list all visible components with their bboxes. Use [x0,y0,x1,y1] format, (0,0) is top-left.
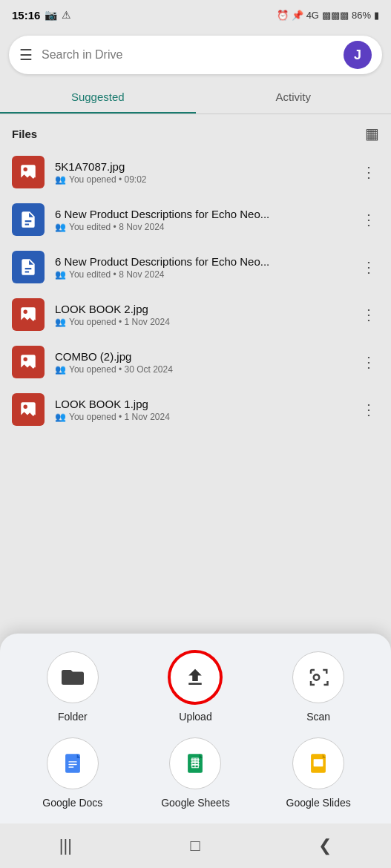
list-item[interactable]: 6 New Product Descriptions for Echo Neo.… [0,243,391,291]
file-meta: 👥 You opened • 09:02 [55,174,348,185]
file-thumbnail [12,251,45,283]
bottom-sheet: Folder Upload Scan [0,634,391,823]
google-sheets-label: Google Sheets [161,797,230,809]
signal-4g: 4G [306,10,319,21]
create-folder-button[interactable]: Folder [15,651,131,723]
file-meta: 👥 You opened • 1 Nov 2024 [55,317,348,327]
sheets-icon [169,737,221,789]
file-meta-text: You opened • 1 Nov 2024 [69,412,170,422]
avatar[interactable]: J [344,41,372,69]
tab-suggested[interactable]: Suggested [0,80,196,114]
google-sheets-button[interactable]: Google Sheets [138,737,254,809]
file-meta-text: You edited • 8 Nov 2024 [69,269,165,280]
search-input[interactable]: Search in Drive [42,48,335,62]
file-meta-text: You edited • 8 Nov 2024 [69,222,165,232]
upload-button[interactable]: Upload [138,651,254,723]
camera-icon: 📷 [45,9,57,21]
more-options-icon[interactable]: ⋮ [358,398,379,421]
file-meta: 👥 You opened • 30 Oct 2024 [55,364,348,375]
upload-icon [169,651,221,703]
nav-back-icon[interactable]: ❮ [318,836,332,855]
list-item[interactable]: 6 New Product Descriptions for Echo Neo.… [0,196,391,243]
shared-icon: 👥 [55,174,66,185]
bottom-sheet-grid: Folder Upload Scan [15,651,376,809]
file-meta: 👥 You edited • 8 Nov 2024 [55,222,348,232]
tab-activity[interactable]: Activity [196,80,392,114]
notification-icon: ⚠ [62,9,71,21]
nav-bar: ||| □ ❮ [0,823,391,868]
file-info: 6 New Product Descriptions for Echo Neo.… [55,255,348,280]
file-name: 6 New Product Descriptions for Echo Neo.… [55,208,348,220]
shared-icon: 👥 [55,317,66,327]
file-thumbnail [12,393,45,426]
hamburger-icon[interactable]: ☰ [19,46,33,64]
svg-rect-2 [68,764,76,765]
file-meta-text: You opened • 09:02 [69,174,147,185]
file-meta-text: You opened • 30 Oct 2024 [69,364,173,375]
shared-icon: 👥 [55,364,66,375]
battery-level: 86% [352,10,371,21]
file-name: 5K1A7087.jpg [55,160,348,173]
shared-icon: 👥 [55,412,66,422]
svg-rect-1 [68,761,76,762]
file-info: 6 New Product Descriptions for Echo Neo.… [55,208,348,232]
file-meta: 👥 You opened • 1 Nov 2024 [55,412,348,422]
status-bar: 15:16 📷 ⚠ ⏰ 📌 4G ▩▩▩ 86% ▮ [0,0,391,30]
list-item[interactable]: LOOK BOOK 1.jpg 👥 You opened • 1 Nov 202… [0,386,391,433]
google-slides-button[interactable]: Google Slides [260,737,376,809]
file-name: COMBO (2).jpg [55,350,348,363]
alarm-icon: ⏰ [277,10,289,21]
file-name: LOOK BOOK 1.jpg [55,398,348,410]
more-options-icon[interactable]: ⋮ [358,350,379,374]
files-label: Files [12,128,37,140]
list-item[interactable]: LOOK BOOK 2.jpg 👥 You opened • 1 Nov 202… [0,291,391,338]
folder-icon [47,651,99,703]
nav-recent-icon[interactable]: ||| [59,836,72,855]
scan-icon [292,651,344,703]
file-thumbnail [12,298,45,331]
scan-button[interactable]: Scan [260,651,376,723]
slides-icon [292,737,344,789]
scan-label: Scan [306,711,330,723]
more-options-icon[interactable]: ⋮ [358,208,379,231]
file-thumbnail [12,156,45,188]
file-meta-text: You opened • 1 Nov 2024 [69,317,170,327]
search-bar[interactable]: ☰ Search in Drive J [9,36,382,74]
list-item[interactable]: 5K1A7087.jpg 👥 You opened • 09:02 ⋮ [0,148,391,196]
file-meta: 👥 You edited • 8 Nov 2024 [55,269,348,280]
more-options-icon[interactable]: ⋮ [358,255,379,279]
google-docs-button[interactable]: Google Docs [15,737,131,809]
google-docs-label: Google Docs [42,797,102,809]
location-icon: 📌 [292,10,303,21]
more-options-icon[interactable]: ⋮ [358,160,379,184]
status-time: 15:16 [12,9,40,22]
file-info: LOOK BOOK 2.jpg 👥 You opened • 1 Nov 202… [55,303,348,327]
file-list: 5K1A7087.jpg 👥 You opened • 09:02 ⋮ 6 Ne… [0,148,391,433]
tabs: Suggested Activity [0,80,391,114]
docs-icon [47,737,99,789]
list-item[interactable]: COMBO (2).jpg 👥 You opened • 30 Oct 2024… [0,338,391,386]
svg-rect-3 [68,766,73,767]
file-thumbnail [12,203,45,236]
folder-label: Folder [58,711,88,723]
file-info: LOOK BOOK 1.jpg 👥 You opened • 1 Nov 202… [55,398,348,422]
file-name: LOOK BOOK 2.jpg [55,303,348,315]
svg-rect-12 [314,759,323,766]
battery-icon: ▮ [374,10,379,21]
files-header: Files ▦ [0,114,391,148]
file-thumbnail [12,346,45,378]
more-options-icon[interactable]: ⋮ [358,303,379,326]
file-info: COMBO (2).jpg 👥 You opened • 30 Oct 2024 [55,350,348,375]
file-info: 5K1A7087.jpg 👥 You opened • 09:02 [55,160,348,185]
signal-bars: ▩▩▩ [322,10,349,21]
shared-icon: 👥 [55,269,66,280]
status-right: ⏰ 📌 4G ▩▩▩ 86% ▮ [277,10,379,21]
shared-icon: 👥 [55,222,66,232]
upload-label: Upload [179,711,211,723]
status-left: 15:16 📷 ⚠ [12,9,71,22]
file-name: 6 New Product Descriptions for Echo Neo.… [55,255,348,268]
grid-view-icon[interactable]: ▦ [365,125,379,142]
google-slides-label: Google Slides [286,797,351,809]
nav-home-icon[interactable]: □ [190,836,200,855]
